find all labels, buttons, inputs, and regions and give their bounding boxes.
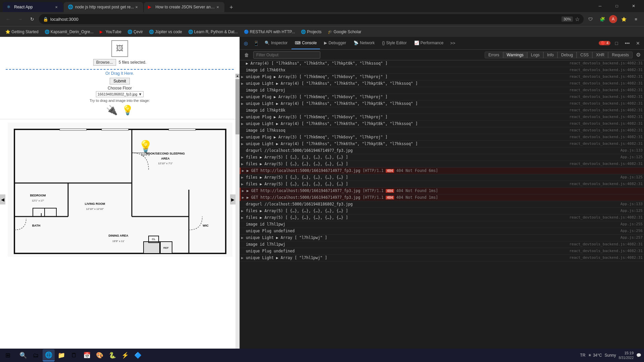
close-window-button[interactable]: ✕ xyxy=(626,1,641,11)
log-expand-icon[interactable]: ▶ xyxy=(241,155,246,160)
log-expand-icon[interactable]: ▶ xyxy=(241,101,246,106)
taskbar-paint[interactable]: 🎨 xyxy=(94,349,106,361)
web-nav-left[interactable]: ◀ xyxy=(0,194,5,204)
minimize-button[interactable]: ─ xyxy=(592,1,608,11)
tab-performance[interactable]: 📈 Performance xyxy=(411,37,447,49)
log-row[interactable]: image id l7hl1pwjApp.js:255 xyxy=(240,221,644,228)
log-row[interactable]: unique Plug undefinedApp.js:256 xyxy=(240,228,644,235)
taskbar-search[interactable]: 🔍 xyxy=(17,349,29,361)
bookmark-restful[interactable]: 🔵 RESTful API with HTTP... xyxy=(241,28,298,35)
log-row[interactable]: ▶▶ GET http://localhost:5000/16619467149… xyxy=(240,194,644,201)
new-tab-button[interactable]: + xyxy=(226,3,236,12)
bookmark-projects[interactable]: 🌐 Projects xyxy=(298,28,324,35)
log-expand-icon[interactable]: ▶ xyxy=(241,208,246,213)
refresh-button[interactable]: ↻ xyxy=(27,14,38,24)
log-expand-icon[interactable]: ▶ xyxy=(242,195,247,200)
console-log-area[interactable]: ▶ Array(4) [ "l7hk6hss", "l7hk6thx", "l7… xyxy=(240,60,644,352)
log-row[interactable]: ▶unique Light ▶ Array(4) [ "l7hk6hss", "… xyxy=(240,121,644,127)
log-expand-icon[interactable]: ▶ xyxy=(241,182,246,186)
log-row[interactable]: ▶unique Light ▶ Array(4) [ "l7hk6hss", "… xyxy=(240,141,644,147)
log-row[interactable]: image id l7hkssoqreact_devtools_backend.… xyxy=(240,127,644,134)
log-row[interactable]: image id l7hl1pwjreact_devtools_backend.… xyxy=(240,241,644,248)
log-expand-icon[interactable]: ▶ xyxy=(241,135,246,139)
log-row[interactable]: ▶unique Light ▶ Array [ "l7hl1pwj" ]App.… xyxy=(240,235,644,241)
filter-tab-errors[interactable]: Errors xyxy=(485,52,503,58)
back-button[interactable]: ← xyxy=(3,14,13,24)
tab-close-youtube[interactable]: ✕ xyxy=(215,4,220,10)
log-expand-icon[interactable]: ▶ xyxy=(241,74,246,79)
clear-console-button[interactable]: 🗑 xyxy=(242,50,251,60)
tab-debugger[interactable]: ▶ Debugger xyxy=(321,37,350,49)
submit-button[interactable]: Submit xyxy=(110,78,129,84)
log-expand-icon[interactable]: ▶ xyxy=(241,95,246,99)
floor-select[interactable]: 1661948186802_fp3.jpg ▼ xyxy=(96,91,144,97)
bookmark-learn[interactable]: 🌐 Learn R, Python & Dat... xyxy=(185,28,240,35)
log-row[interactable]: ▶unique Plug ▶ Array(3) [ "l7hk6moq", "l… xyxy=(240,74,644,80)
devtools-responsive[interactable]: 📱 xyxy=(251,39,261,48)
browse-button[interactable]: Browse... xyxy=(93,59,116,66)
log-row[interactable]: ▶files ▶ Array(5) [ {…}, {…}, {…}, {…}, … xyxy=(240,154,644,161)
log-expand-icon[interactable]: ▶ xyxy=(242,168,247,173)
log-row[interactable]: ▶files ▶ Array(5) [ {…}, {…}, {…}, {…}, … xyxy=(240,208,644,215)
log-row[interactable]: image id l7hkpt8kreact_devtools_backend.… xyxy=(240,107,644,114)
log-row[interactable]: ▶files ▶ Array(5) [ {…}, {…}, {…}, {…}, … xyxy=(240,215,644,221)
extensions-button[interactable]: 🧩 xyxy=(597,14,608,24)
log-expand-icon[interactable]: ▶ xyxy=(241,255,246,260)
log-expand-icon[interactable]: ▶ xyxy=(242,188,247,193)
scroll-up-button[interactable]: ▲ xyxy=(235,74,239,78)
log-expand-icon[interactable]: ▶ xyxy=(241,121,246,126)
log-row[interactable]: dragurl //localhost:5000/1661946714977_f… xyxy=(240,147,644,154)
log-row[interactable]: image id l7hkprojreact_devtools_backend.… xyxy=(240,87,644,94)
log-row[interactable]: ▶files ▶ Array(5) [ {…}, {…}, {…}, {…}, … xyxy=(240,161,644,168)
log-row[interactable]: ▶unique Plug ▶ Array(3) [ "l7hk6moq", "l… xyxy=(240,94,644,101)
console-settings-button[interactable]: ⚙ xyxy=(635,52,642,58)
log-expand-icon[interactable]: ▶ xyxy=(241,141,246,146)
tab-close-react[interactable]: ✕ xyxy=(54,4,59,10)
filter-output-input[interactable] xyxy=(253,51,320,59)
log-row[interactable]: ▶unique Light ▶ Array [ "l7hl1pwj" ]reac… xyxy=(240,255,644,261)
tab-react-app[interactable]: ⚛ React App ✕ xyxy=(3,2,63,12)
notification-icon[interactable]: 💬 xyxy=(636,353,641,358)
taskbar-browser[interactable]: 🌐 xyxy=(43,349,55,361)
bookmark-jupyter[interactable]: 🌐 Jüpiter vs code xyxy=(146,28,185,35)
filter-tab-logs[interactable]: Logs xyxy=(527,52,543,58)
filter-tab-warnings[interactable]: Warnings xyxy=(503,52,527,58)
filter-tab-css[interactable]: CSS xyxy=(577,52,592,58)
log-row[interactable]: ▶unique Light ▶ Array(4) [ "l7hk6hss", "… xyxy=(240,80,644,87)
log-expand-icon[interactable]: ▶ xyxy=(241,81,246,86)
devtools-more-btn[interactable]: ••• xyxy=(623,39,632,48)
log-row[interactable]: ▶files ▶ Array(5) [ {…}, {…}, {…}, {…}, … xyxy=(240,174,644,181)
log-row[interactable]: ▶unique Plug ▶ Array(3) [ "l7hk6moq", "l… xyxy=(240,114,644,121)
address-bar[interactable]: 🔒 localhost:3000 30% ☆ xyxy=(39,14,584,24)
vertical-scrollbar[interactable]: ▲ ▼ xyxy=(235,74,239,359)
filter-tab-requests[interactable]: Requests xyxy=(608,52,633,58)
log-row[interactable]: ▶unique Light ▶ Array(4) [ "l7hk6hss", "… xyxy=(240,101,644,107)
tab-console[interactable]: ⌨ Console xyxy=(291,37,320,49)
forward-button[interactable]: → xyxy=(15,14,25,24)
bookmark-youtube[interactable]: ▶ YouTube xyxy=(97,28,124,35)
devtools-responsive-btn2[interactable]: □ xyxy=(612,39,621,48)
log-row[interactable]: ▶unique Plug ▶ Array(3) [ "l7hk6moq", "l… xyxy=(240,134,644,141)
tab-network[interactable]: 📡 Network xyxy=(350,37,378,49)
filter-tab-xhr[interactable]: XHR xyxy=(592,52,608,58)
log-row[interactable]: dragurl //localhost:5000/1661948186802_f… xyxy=(240,201,644,208)
devtools-inspector-pick[interactable]: ◎ xyxy=(241,39,251,48)
taskbar-app[interactable]: 🔷 xyxy=(132,349,144,361)
log-expand-icon[interactable]: ▶ xyxy=(241,162,246,166)
filter-tab-info[interactable]: Info xyxy=(543,52,557,58)
start-button[interactable]: ⊞ xyxy=(3,350,13,360)
tab-close-nodejs[interactable]: ✕ xyxy=(134,4,139,10)
tab-inspector[interactable]: 🔍 Inspector xyxy=(261,37,291,49)
log-row[interactable]: ▶▶ GET http://localhost:5000/16619467149… xyxy=(240,168,644,174)
taskbar-calendar[interactable]: 📅 xyxy=(81,349,93,361)
taskbar-vscode[interactable]: ⚡ xyxy=(119,349,131,361)
tab-style-editor[interactable]: {} Style Editor xyxy=(379,37,410,49)
more-tabs-button[interactable]: >> xyxy=(447,39,458,47)
log-expand-icon[interactable]: ▶ xyxy=(241,175,246,180)
web-nav-right[interactable]: ▶ xyxy=(230,194,235,204)
bookmark-kapsamli[interactable]: 🌐 Kapsamli_Derin_Ogre... xyxy=(42,28,96,35)
shield-button[interactable]: 🛡 xyxy=(585,14,596,24)
filter-tab-debug[interactable]: Debug xyxy=(557,52,577,58)
taskbar-files[interactable]: 🗂 xyxy=(30,349,42,361)
devtools-close-btn[interactable]: ✕ xyxy=(633,39,643,48)
